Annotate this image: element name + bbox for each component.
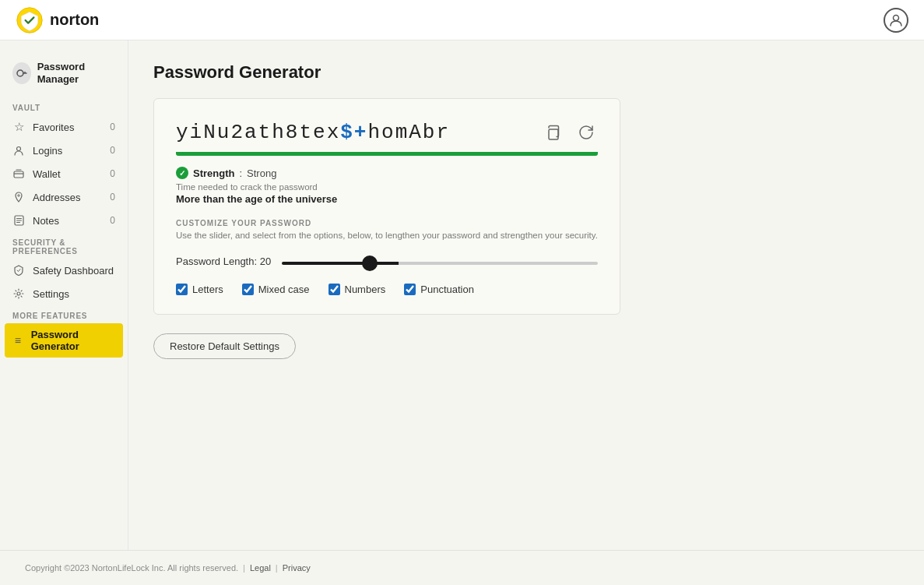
copy-icon [543,124,560,141]
punctuation-label: Punctuation [420,284,474,295]
footer-legal-link[interactable]: Legal [250,563,271,573]
sidebar-item-password-generator[interactable]: ≡ Password Generator [5,323,123,358]
top-navigation: norton [0,0,924,41]
crack-time-label: Time needed to crack the password [176,182,598,192]
strength-row: Strength : Strong [176,167,598,179]
notes-label: Notes [33,215,59,227]
svg-rect-4 [14,171,23,178]
letters-checkbox[interactable] [176,284,188,295]
strength-label: Strength [193,167,234,179]
addresses-icon [12,191,25,203]
password-options-row: Letters Mixed case Numbers Punctuation [176,284,598,295]
norton-logo: norton [16,6,99,34]
footer: Copyright ©2023 NortonLifeLock Inc. All … [0,550,924,585]
svg-rect-8 [549,129,558,139]
main-content: Password Generator yiNu2ath8tex$+homAbr [128,41,924,550]
password-text: yiNu2ath8tex$+homAbr [176,121,450,144]
numbers-checkbox[interactable] [328,284,340,295]
logins-label: Logins [33,145,62,157]
strength-value: Strong [247,167,276,179]
numbers-label: Numbers [345,284,386,295]
notes-count: 0 [110,215,115,226]
copy-password-button[interactable] [540,121,564,144]
settings-label: Settings [33,288,69,300]
regenerate-password-button[interactable] [574,121,598,144]
sidebar-item-notes[interactable]: Notes 0 [0,209,128,232]
wallet-icon [12,167,25,180]
wallet-count: 0 [110,168,115,179]
key-icon [16,67,28,79]
sidebar-item-favorites[interactable]: ☆ Favorites 0 [0,115,128,139]
letters-label: Letters [192,284,223,295]
sidebar-item-safety-dashboard[interactable]: Safety Dashboard [0,259,128,282]
safety-dashboard-label: Safety Dashboard [33,265,114,277]
password-text-normal: yiNu2ath8tex [176,121,340,144]
norton-logo-icon [16,6,44,34]
footer-separator-2: | [276,563,278,573]
sidebar: Password Manager VAULT ☆ Favorites 0 Log… [0,41,128,550]
strength-indicator-dot [176,167,188,179]
svg-point-7 [17,292,20,295]
vault-section-label: VAULT [0,97,128,115]
mixed-case-checkbox[interactable] [242,284,254,295]
addresses-label: Addresses [33,192,80,203]
restore-defaults-button[interactable]: Restore Default Settings [153,333,296,359]
password-text-end: homAbr [367,121,450,144]
notes-icon [12,214,25,227]
favorites-icon: ☆ [12,121,25,133]
footer-privacy-link[interactable]: Privacy [283,563,311,573]
punctuation-checkbox[interactable] [404,284,416,295]
more-features-section-label: MORE FEATURES [0,305,128,323]
password-display-row: yiNu2ath8tex$+homAbr [176,121,598,144]
favorites-count: 0 [110,122,115,132]
favorites-label: Favorites [33,122,74,133]
svg-point-5 [18,195,19,196]
logins-count: 0 [110,145,115,156]
password-manager-header: Password Manager [0,53,128,97]
password-manager-icon [12,62,31,84]
sidebar-item-logins[interactable]: Logins 0 [0,139,128,162]
sidebar-item-addresses[interactable]: Addresses 0 [0,185,128,209]
user-account-button[interactable] [884,8,908,33]
security-section-label: SECURITY & PREFERENCES [0,232,128,259]
refresh-icon [578,124,595,141]
password-card: yiNu2ath8tex$+homAbr [153,98,620,315]
password-manager-title: Password Manager [37,61,115,85]
addresses-count: 0 [110,192,115,203]
svg-point-1 [894,15,899,20]
password-text-highlight: $+ [340,121,367,144]
customize-description: Use the slider, and select from the opti… [176,231,598,240]
footer-separator-1: | [243,563,245,573]
norton-brand-name: norton [50,11,99,29]
wallet-label: Wallet [33,168,61,180]
strength-bar [176,152,598,156]
letters-option[interactable]: Letters [176,284,223,295]
crack-time-value: More than the age of the universe [176,193,598,205]
page-title: Password Generator [153,62,899,83]
password-length-slider-container [282,254,598,268]
sidebar-item-wallet[interactable]: Wallet 0 [0,162,128,185]
punctuation-option[interactable]: Punctuation [404,284,474,295]
password-generator-label: Password Generator [31,329,115,352]
customize-section-label: CUSTOMIZE YOUR PASSWORD [176,219,598,227]
sidebar-item-settings[interactable]: Settings [0,282,128,305]
numbers-option[interactable]: Numbers [328,284,386,295]
mixed-case-option[interactable]: Mixed case [242,284,310,295]
footer-copyright: Copyright ©2023 NortonLifeLock Inc. All … [25,563,238,573]
password-length-label: Password Length: 20 [176,255,271,267]
password-generator-icon: ≡ [12,334,23,347]
length-row: Password Length: 20 [176,254,598,268]
safety-dashboard-icon [12,264,25,277]
main-layout: Password Manager VAULT ☆ Favorites 0 Log… [0,41,924,550]
mixed-case-label: Mixed case [258,284,310,295]
svg-point-3 [17,147,21,151]
user-icon [889,13,903,27]
password-length-slider[interactable] [282,262,598,265]
logins-icon [12,144,25,157]
settings-icon [12,287,25,300]
password-actions [540,121,598,144]
